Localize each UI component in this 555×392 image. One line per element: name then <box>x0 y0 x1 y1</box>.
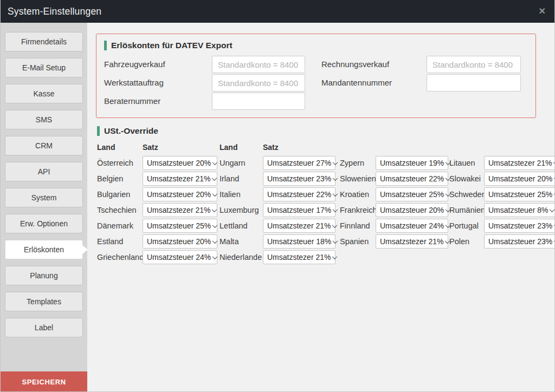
vat-rate-select[interactable]: Umsatzsteuer 25% <box>376 187 448 201</box>
vat-rate-select[interactable]: Umsatzsteuer 23% <box>484 234 554 249</box>
chevron-down-icon <box>553 160 554 165</box>
vat-rate-value: Umsatzstezer 21% <box>147 174 210 183</box>
sidebar-item[interactable]: Erw. Optionen <box>5 214 83 233</box>
sidebar-item[interactable]: CRM <box>5 136 83 155</box>
vat-rate-select[interactable]: Umsatzsteuer 17% <box>263 203 335 217</box>
vat-rate-value: Umsatzstezer 21% <box>380 237 443 246</box>
vat-rate-select[interactable]: Umsatzsteuer 18% <box>263 234 335 249</box>
window-title: System-Einstellungen <box>8 6 101 17</box>
datev-section-title: Erlöskonten für DATEV Export <box>111 41 233 50</box>
vat-rate-value: Umsatzstezer 21% <box>267 253 331 262</box>
vat-country-label: Ungarn <box>220 156 263 170</box>
chevron-down-icon <box>212 207 217 212</box>
vat-rate-select[interactable]: Umsatzsteuer 19% <box>376 156 448 170</box>
sidebar-item-label: CRM <box>35 141 53 150</box>
chevron-down-icon <box>212 175 217 181</box>
mandantennummer-label: Mandantennummer <box>321 74 427 92</box>
vat-rate-value: Umsatzsteuer 25% <box>380 190 444 199</box>
vat-rate-value: Umsatzsteuer 23% <box>488 237 552 246</box>
vat-rate-select[interactable]: Umsatzsteuer 23% <box>263 172 335 186</box>
vat-rate-select[interactable]: Umsatzsteuer 20% <box>143 156 217 170</box>
vat-rate-value: Umsatzsteuer 20% <box>147 190 211 199</box>
sidebar-item[interactable]: Planung <box>5 266 83 285</box>
sidebar-item[interactable]: Label <box>5 318 83 337</box>
beraternummer-label: Beraternummer <box>104 93 212 110</box>
mandantennummer-input[interactable] <box>427 74 521 92</box>
vat-rate-value: Umsatzsteuer 24% <box>147 253 211 262</box>
vat-country-label: Finnland <box>340 219 376 233</box>
vat-rate-select[interactable]: Umsatzsteuer 22% <box>376 172 448 186</box>
rechnungsverkauf-input[interactable] <box>427 56 521 73</box>
vat-rate-value: Umsatzsteuer 25% <box>147 221 211 230</box>
vat-rate-select[interactable]: Umsatzstezer 21% <box>263 219 335 233</box>
sidebar-item[interactable]: Templates <box>5 292 83 311</box>
close-icon[interactable]: ✕ <box>539 7 546 16</box>
vat-rate-value: Umsatzsteuer 19% <box>380 159 444 167</box>
chevron-down-icon <box>212 191 218 197</box>
vat-country-label: Polen <box>449 234 484 249</box>
vat-rate-value: Umsatzsteuer 23% <box>488 221 552 230</box>
beraternummer-input[interactable] <box>212 93 305 110</box>
vat-rate-select[interactable]: Umsatzsteuer 20% <box>143 187 217 201</box>
sidebar-item-label: Label <box>35 323 53 332</box>
chevron-down-icon <box>212 223 218 228</box>
vat-header-land: Land <box>97 142 143 154</box>
chevron-down-icon <box>333 191 338 197</box>
chevron-down-icon <box>554 175 554 181</box>
chevron-down-icon <box>333 207 338 212</box>
sidebar-item[interactable]: SMS <box>5 110 83 129</box>
vat-rate-select[interactable]: Umsatzsteuer 24% <box>376 219 448 233</box>
vat-rate-select[interactable]: Umsatzsteuer 24% <box>143 250 217 264</box>
vat-rate-select[interactable]: Umsatzsteuer 25% <box>484 187 554 201</box>
sidebar-item[interactable]: Firmendetails <box>5 32 83 51</box>
chevron-down-icon <box>212 238 218 244</box>
chevron-down-icon <box>554 191 554 197</box>
section-accent-bar <box>97 126 100 136</box>
vat-rate-select[interactable]: Umsatzsteuer 8% <box>484 203 554 217</box>
sidebar-nav: Firmendetails E-Mail Setup Kasse SMS <box>1 23 87 371</box>
chevron-down-icon <box>554 223 554 228</box>
vat-rate-select[interactable]: Umsatzstezer 21% <box>143 203 217 217</box>
vat-column-3: Zypern Umsatzsteuer 19% Slowenien Umsatz… <box>340 142 448 264</box>
vat-rate-value: Umsatzstezer 21% <box>147 206 210 214</box>
vat-column-1: Land Satz Österreich Umsatzsteuer 20% Be… <box>97 142 217 264</box>
sidebar-item[interactable]: E-Mail Setup <box>5 58 83 77</box>
vat-rate-select[interactable]: Umsatzsteuer 20% <box>143 234 217 249</box>
werkstattauftrag-input[interactable] <box>212 74 305 92</box>
vat-country-label: Estland <box>97 234 143 249</box>
vat-rate-select[interactable]: Umsatzstezer 21% <box>484 156 554 170</box>
vat-rate-select[interactable]: Umsatzsteuer 22% <box>263 187 335 201</box>
sidebar-item-label: Kasse <box>34 89 55 98</box>
save-button[interactable]: SPEICHERN <box>1 371 87 392</box>
chevron-down-icon <box>333 238 338 244</box>
vat-rate-select[interactable]: Umsatzstezer 21% <box>376 234 448 249</box>
vat-rate-select[interactable]: Umsatzsteuer 27% <box>263 156 335 170</box>
vat-country-label: Belgien <box>97 172 143 186</box>
fahrzeugverkauf-input[interactable] <box>212 56 305 73</box>
sidebar-item[interactable]: Erlöskonten <box>5 240 83 259</box>
vat-section-title: USt.-Override <box>104 126 158 136</box>
sidebar-item-label: Erw. Optionen <box>20 219 68 228</box>
vat-rate-value: Umsatzsteuer 18% <box>267 237 331 246</box>
sidebar-item[interactable]: API <box>5 162 83 181</box>
chevron-down-icon <box>333 160 338 165</box>
vat-country-label: Slowenien <box>340 172 376 186</box>
vat-rate-select[interactable]: Umsatzsteuer 23% <box>484 219 554 233</box>
sidebar-item[interactable]: System <box>5 188 83 207</box>
sidebar: Firmendetails E-Mail Setup Kasse SMS <box>1 23 87 392</box>
vat-country-label: Litauen <box>449 156 484 170</box>
vat-rate-select[interactable]: Umsatzsteuer 20% <box>376 203 448 217</box>
werkstattauftrag-label: Werkstattauftrag <box>104 74 212 92</box>
vat-header-satz: Satz <box>143 142 217 154</box>
vat-rate-select[interactable]: Umsatzstezer 21% <box>143 172 217 186</box>
vat-country-label: Luxemburg <box>220 203 263 217</box>
system-settings-window: System-Einstellungen ✕ Firmendetails E-M… <box>0 0 555 392</box>
vat-rate-value: Umsatzsteuer 23% <box>267 174 331 183</box>
vat-country-label: Italien <box>220 187 263 201</box>
vat-rate-select[interactable]: Umsatzsteuer 25% <box>143 219 217 233</box>
vat-rate-select[interactable]: Umsatzstezer 21% <box>263 250 335 264</box>
sidebar-item[interactable]: Kasse <box>5 84 83 103</box>
vat-rate-select[interactable]: Umsatzsteuer 20% <box>484 172 554 186</box>
vat-country-label: Dänemark <box>97 219 143 233</box>
sidebar-item-label: SMS <box>36 115 52 124</box>
